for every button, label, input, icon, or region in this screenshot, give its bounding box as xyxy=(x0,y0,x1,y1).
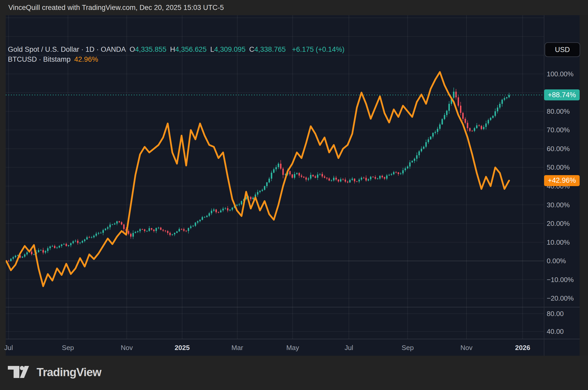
time-axis-label: Jul xyxy=(4,343,13,352)
time-axis-label: 2026 xyxy=(515,343,530,352)
price-axis-label: −20.00% xyxy=(547,294,574,302)
price-axis-label: 10.00% xyxy=(547,238,570,246)
price-axis-label: 20.00% xyxy=(547,219,570,228)
chart-legend: Gold Spot / U.S. Dollar · 1D · OANDA O4,… xyxy=(8,44,344,64)
snapshot-attribution: VinceQuill created with TradingView.com,… xyxy=(8,3,224,12)
btc-last-price-badge: +42.96% xyxy=(544,175,580,186)
ohlc-token: O4,335.855 xyxy=(130,45,166,54)
tradingview-snapshot: VinceQuill created with TradingView.com,… xyxy=(0,0,588,390)
compare-symbol-title[interactable]: BTCUSD · Bitstamp xyxy=(8,55,71,64)
page-footer: TradingView xyxy=(0,356,588,390)
ohlc-values: O4,335.855H4,356.625L4,309.095C4,338.765 xyxy=(130,45,289,54)
time-axis-label: Nov xyxy=(460,343,472,352)
price-axis-label: 0.00% xyxy=(547,257,566,265)
price-axis-label: 50.00% xyxy=(547,163,570,171)
ohlc-token: L4,309.095 xyxy=(210,45,245,54)
ohlc-token: C4,338.765 xyxy=(249,45,286,54)
main-symbol-change: +6.175 (+0.14%) xyxy=(292,45,344,54)
subpane-axis-label: 80.00 xyxy=(547,309,564,318)
time-axis-label: Sep xyxy=(402,343,414,352)
page-right-margin xyxy=(580,15,588,356)
subpane-axis-label: 40.00 xyxy=(547,327,564,336)
tradingview-logo-text: TradingView xyxy=(37,366,101,379)
compare-symbol-change: 42.96% xyxy=(74,55,98,64)
price-axis-label: −10.00% xyxy=(547,276,574,284)
chart-canvas[interactable] xyxy=(6,15,580,356)
price-axis-label: 30.00% xyxy=(547,201,570,209)
time-axis-label: 2025 xyxy=(175,343,190,352)
tradingview-logo-icon xyxy=(8,366,30,378)
time-axis-label: Sep xyxy=(62,343,74,352)
chart-widget[interactable]: Gold Spot / U.S. Dollar · 1D · OANDA O4,… xyxy=(6,15,580,356)
price-axis-label: 100.00% xyxy=(547,70,574,78)
tradingview-logo[interactable]: TradingView xyxy=(8,366,101,379)
main-symbol-title[interactable]: Gold Spot / U.S. Dollar · 1D · OANDA xyxy=(8,45,126,54)
gold-last-price-badge: +88.74% xyxy=(544,89,580,100)
time-axis-label: Jul xyxy=(344,343,353,352)
btc-line xyxy=(6,72,509,286)
price-axis-label: 60.00% xyxy=(547,145,570,153)
ohlc-token: H4,356.625 xyxy=(170,45,207,54)
legend-compare-symbol-row[interactable]: BTCUSD · Bitstamp 42.96% xyxy=(8,54,344,64)
price-axis-label: 70.00% xyxy=(547,126,570,134)
currency-toggle-button[interactable]: USD xyxy=(545,42,580,57)
legend-main-symbol-row[interactable]: Gold Spot / U.S. Dollar · 1D · OANDA O4,… xyxy=(8,44,344,54)
gold-candles-layer xyxy=(6,88,510,263)
time-axis-label: Nov xyxy=(121,343,133,352)
time-axis-label: Mar xyxy=(232,343,243,352)
time-axis-label: May xyxy=(286,343,299,352)
price-axis-label: 80.00% xyxy=(547,107,570,116)
